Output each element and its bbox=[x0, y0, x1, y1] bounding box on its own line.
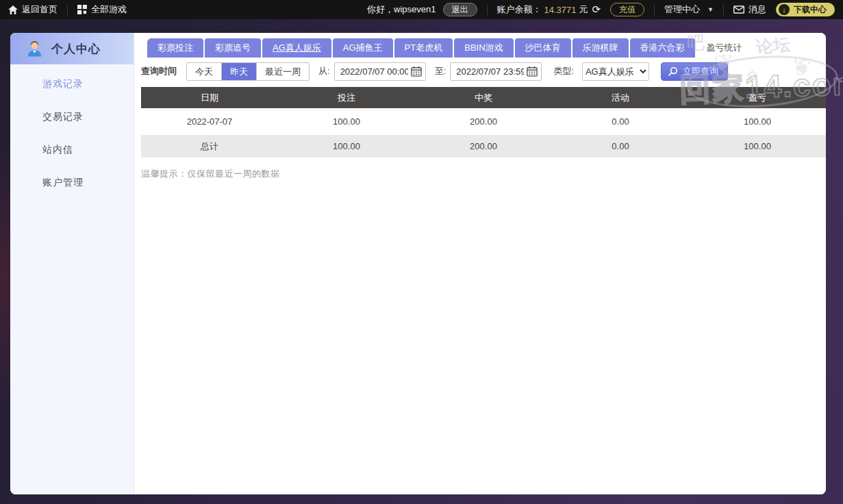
cell-total-win: 200.00 bbox=[415, 141, 552, 151]
col-header-win: 中奖 bbox=[415, 92, 552, 104]
tab-ag-fishing[interactable]: AG捕鱼王 bbox=[333, 38, 393, 58]
greeting-text: 你好，wipseven1 bbox=[367, 3, 436, 16]
cell-total-activity: 0.00 bbox=[552, 141, 689, 151]
cell-total-bet: 100.00 bbox=[278, 141, 415, 151]
retention-note: 温馨提示：仅保留最近一周的数据 bbox=[141, 168, 826, 180]
tab-saba-sports[interactable]: 沙巴体育 bbox=[515, 38, 571, 58]
col-header-profit: 盈亏 bbox=[689, 92, 826, 104]
profit-table: 日期 投注 中奖 活动 盈亏 2022-07-07 100.00 200.00 … bbox=[141, 87, 826, 158]
tab-bar: 彩票投注 彩票追号 AG真人娱乐 AG捕鱼王 PT老虎机 BBIN游戏 沙巴体育… bbox=[147, 38, 826, 58]
sidebar-nav: 游戏记录 交易记录 站内信 账户管理 bbox=[10, 64, 134, 199]
search-button[interactable]: 立即查询 bbox=[661, 62, 728, 81]
to-date-box bbox=[450, 62, 542, 81]
calendar-icon[interactable] bbox=[411, 66, 422, 77]
content-panel: 个人中心 游戏记录 交易记录 站内信 账户管理 彩票投注 彩票追号 AG真人娱乐… bbox=[10, 33, 826, 494]
sidebar: 个人中心 游戏记录 交易记录 站内信 账户管理 bbox=[10, 33, 134, 494]
cell-activity: 0.00 bbox=[552, 116, 689, 127]
quick-today-button[interactable]: 今天 bbox=[187, 63, 221, 80]
calendar-icon[interactable] bbox=[527, 66, 538, 77]
home-icon bbox=[8, 5, 18, 14]
tab-ag-live[interactable]: AG真人娱乐 bbox=[262, 38, 331, 58]
avatar bbox=[25, 40, 44, 58]
query-row: 查询时间 今天 昨天 最近一周 从: bbox=[141, 62, 826, 81]
sidebar-item-game-records[interactable]: 游戏记录 bbox=[10, 67, 134, 100]
page-root: 返回首页 全部游戏 你好，wipseven1 退出 账户余额： 14.3771 … bbox=[0, 0, 843, 504]
sidebar-item-account-management[interactable]: 账户管理 bbox=[10, 166, 134, 199]
quick-last-week-button[interactable]: 最近一周 bbox=[256, 63, 309, 80]
search-icon bbox=[668, 66, 678, 77]
from-label: 从: bbox=[318, 65, 330, 77]
sidebar-item-site-messages[interactable]: 站内信 bbox=[10, 133, 134, 166]
messages-label: 消息 bbox=[748, 3, 766, 16]
separator bbox=[67, 5, 68, 15]
home-label: 返回首页 bbox=[22, 3, 58, 16]
cell-date: 2022-07-07 bbox=[141, 116, 278, 127]
to-label: 至: bbox=[435, 65, 446, 77]
game-type-select[interactable]: AG真人娱乐 bbox=[582, 62, 649, 81]
from-date-box bbox=[334, 62, 426, 81]
tab-pt-slots[interactable]: PT老虎机 bbox=[394, 38, 453, 58]
tab-profit-stats[interactable]: 盈亏统计 bbox=[696, 38, 753, 58]
mail-icon bbox=[733, 5, 744, 14]
sidebar-item-transaction-records[interactable]: 交易记录 bbox=[10, 100, 134, 133]
to-date-input[interactable] bbox=[456, 66, 524, 77]
balance-unit: 元 bbox=[579, 3, 588, 16]
col-header-date: 日期 bbox=[141, 92, 278, 104]
balance-value: 14.3771 bbox=[544, 5, 577, 15]
admin-center-menu[interactable]: 管理中心 ▼ bbox=[664, 3, 714, 16]
balance-label: 账户余额： bbox=[497, 3, 542, 16]
query-time-label: 查询时间 bbox=[141, 65, 177, 77]
grid-icon bbox=[77, 5, 87, 14]
type-label: 类型: bbox=[553, 65, 574, 77]
table-total-row: 总计 100.00 200.00 0.00 100.00 bbox=[141, 135, 826, 158]
all-games-link[interactable]: 全部游戏 bbox=[77, 3, 127, 16]
cell-profit: 100.00 bbox=[689, 116, 826, 127]
separator bbox=[723, 5, 724, 15]
quick-range-group: 今天 昨天 最近一周 bbox=[186, 62, 310, 81]
topbar: 返回首页 全部游戏 你好，wipseven1 退出 账户余额： 14.3771 … bbox=[0, 0, 843, 19]
tab-hk-mark6[interactable]: 香港六合彩 bbox=[630, 38, 695, 58]
refresh-icon[interactable]: ⟳ bbox=[592, 3, 601, 16]
cell-total-profit: 100.00 bbox=[689, 141, 826, 151]
separator bbox=[487, 5, 488, 15]
quick-yesterday-button[interactable]: 昨天 bbox=[221, 63, 256, 80]
cell-win: 200.00 bbox=[415, 116, 552, 127]
download-center-button[interactable]: ↓ 下载中心 bbox=[776, 3, 835, 16]
from-date-input[interactable] bbox=[340, 66, 408, 77]
col-header-activity: 活动 bbox=[552, 92, 689, 104]
tab-bbin-games[interactable]: BBIN游戏 bbox=[454, 38, 513, 58]
sidebar-title: 个人中心 bbox=[51, 41, 101, 57]
messages-link[interactable]: 消息 bbox=[733, 3, 766, 16]
search-button-label: 立即查询 bbox=[683, 65, 718, 77]
cell-bet: 100.00 bbox=[278, 116, 415, 127]
recharge-button[interactable]: 充值 bbox=[610, 3, 644, 16]
col-header-bet: 投注 bbox=[278, 92, 415, 104]
tab-lottery-bet[interactable]: 彩票投注 bbox=[147, 38, 203, 58]
tab-leyou-chess[interactable]: 乐游棋牌 bbox=[573, 38, 629, 58]
cell-total-label: 总计 bbox=[141, 140, 278, 153]
all-games-label: 全部游戏 bbox=[91, 3, 127, 16]
main-content: 彩票投注 彩票追号 AG真人娱乐 AG捕鱼王 PT老虎机 BBIN游戏 沙巴体育… bbox=[134, 33, 826, 494]
sidebar-header: 个人中心 bbox=[10, 33, 134, 64]
tab-lottery-chase[interactable]: 彩票追号 bbox=[205, 38, 261, 58]
download-center-label: 下载中心 bbox=[794, 4, 827, 15]
table-header-row: 日期 投注 中奖 活动 盈亏 bbox=[141, 87, 826, 108]
separator bbox=[654, 5, 655, 15]
chevron-down-icon: ▼ bbox=[707, 6, 714, 13]
home-link[interactable]: 返回首页 bbox=[8, 3, 58, 16]
logout-button[interactable]: 退出 bbox=[443, 3, 477, 16]
table-row: 2022-07-07 100.00 200.00 0.00 100.00 bbox=[141, 108, 826, 135]
download-icon: ↓ bbox=[779, 4, 790, 15]
admin-center-label: 管理中心 bbox=[664, 3, 700, 16]
